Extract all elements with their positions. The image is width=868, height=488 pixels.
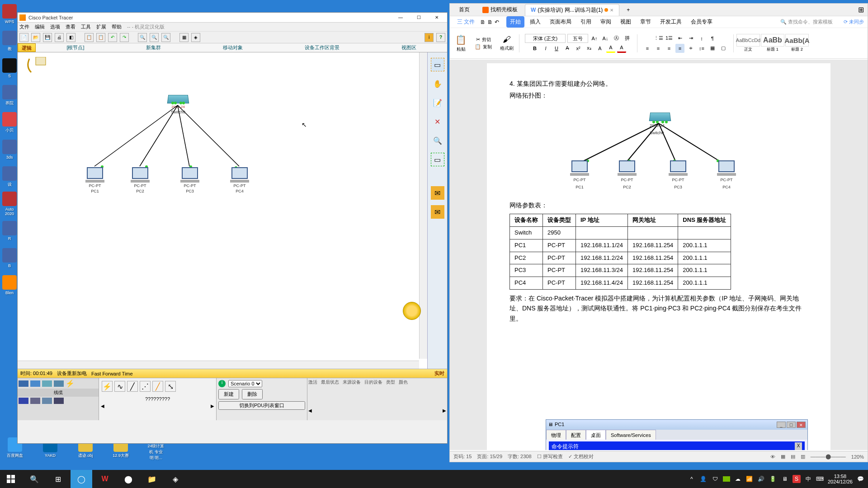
menu-options[interactable]: 选项 — [50, 23, 60, 30]
save-icon[interactable]: 💾 — [43, 33, 52, 42]
start-button[interactable] — [0, 470, 22, 488]
menu-file[interactable]: 文件 — [19, 23, 29, 30]
ribbon-tab-layout[interactable]: 页面布局 — [546, 16, 575, 28]
border-icon[interactable]: ▢ — [719, 44, 728, 53]
straight-cable-icon[interactable]: ╱ — [127, 381, 138, 392]
switch-category-icon[interactable] — [30, 380, 40, 387]
open-file-icon[interactable]: 📂 — [31, 33, 40, 42]
device-pc1[interactable]: PC-PTPC1 — [84, 167, 106, 193]
connection-category-icon[interactable]: ⚡ — [66, 379, 75, 388]
minimize-button[interactable]: — — [392, 14, 409, 22]
copy-icon[interactable]: 📋 — [85, 33, 94, 42]
device-subtype-icon[interactable] — [19, 398, 28, 404]
maximize-button[interactable]: ☐ — [410, 14, 427, 22]
pc-dialog-titlebar[interactable]: 🖥 PC1 _ ☐ ✕ — [546, 420, 807, 430]
help-icon[interactable]: ? — [436, 33, 445, 42]
zoom-out-icon[interactable]: 🔍 — [161, 33, 170, 42]
indent-dec-icon[interactable]: ⇤ — [675, 34, 684, 43]
tray-wifi-icon[interactable]: 📶 — [745, 475, 754, 483]
taskbar-clock[interactable]: 13:58 2024/12/26 — [828, 474, 853, 484]
wizard-icon[interactable]: ◧ — [66, 33, 75, 42]
phonetic-icon[interactable]: 拼 — [623, 34, 632, 43]
align-justify-icon[interactable]: ≡ — [675, 44, 684, 53]
tray-ime-mode[interactable]: 中 — [804, 475, 812, 483]
tab-realtime[interactable]: 实时 — [434, 370, 444, 377]
workspace-bg[interactable]: 设备工作区背景 — [305, 44, 340, 51]
sync-status[interactable]: ⟳ 未同步 — [844, 19, 864, 25]
taskbar-app-pt[interactable]: ◈ — [165, 470, 186, 488]
device-switch0[interactable]: 2950-24 Switch0 — [168, 94, 189, 114]
close-tab-icon[interactable]: ✕ — [610, 8, 613, 13]
paste-icon[interactable]: 📋 — [455, 34, 467, 45]
tray-cloud-icon[interactable]: ☁ — [734, 475, 742, 483]
file-menu[interactable]: 三 文件 — [453, 16, 478, 28]
search-box[interactable]: 🔍 查找命令、搜索模板 — [780, 19, 833, 25]
hub-category-icon[interactable] — [42, 380, 52, 387]
menu-edit[interactable]: 编辑 — [35, 23, 45, 30]
scenario-select[interactable]: Scenario 0 — [228, 380, 262, 387]
wireless-category-icon[interactable] — [54, 380, 64, 387]
taskbar-app[interactable]: ⬤ — [118, 470, 139, 488]
view-web-icon[interactable]: ▥ — [801, 454, 805, 460]
ribbon-quick-icon[interactable]: ↶ — [495, 19, 499, 25]
tab-home[interactable]: 首页 — [453, 4, 475, 15]
grow-font-icon[interactable]: A↑ — [590, 34, 599, 43]
search-button[interactable]: 🔍 — [24, 470, 45, 488]
shrink-font-icon[interactable]: A↓ — [601, 34, 610, 43]
desktop-icon[interactable]: Auto 2020 — [1, 191, 18, 217]
device-subtype-icon[interactable] — [42, 398, 52, 404]
redo-icon[interactable]: ↷ — [120, 33, 129, 42]
show-marks-icon[interactable]: ¶ — [708, 34, 717, 43]
line-spacing-icon[interactable]: ↕≡ — [697, 44, 706, 53]
desktop-icon[interactable]: WPS — [1, 1, 18, 27]
tray-volume-icon[interactable]: 🔊 — [757, 475, 765, 483]
scroll-right-icon[interactable]: ▶ — [443, 408, 446, 413]
window-square-icon[interactable]: ⊞ — [858, 5, 864, 14]
ribbon-tab-review[interactable]: 审阅 — [597, 16, 615, 28]
power-cycle[interactable]: 设备重新加电 — [57, 370, 87, 377]
fiber-cable-icon[interactable]: ╱ — [152, 381, 163, 392]
shading-icon[interactable]: ▦ — [708, 44, 717, 53]
select-tool-icon[interactable] — [24, 57, 47, 77]
font-size-select[interactable]: 五号 — [567, 34, 588, 43]
scrollbar-horizontal[interactable] — [18, 361, 419, 369]
device-pc4[interactable]: PC-PTPC4 — [228, 167, 251, 193]
desktop-icon[interactable]: 教 — [1, 28, 18, 54]
tray-shield-icon[interactable]: 🛡 — [711, 475, 719, 483]
ribbon-tab-section[interactable]: 章节 — [637, 16, 655, 28]
menu-help[interactable]: 帮助 — [112, 23, 122, 30]
format-painter-icon[interactable]: 🖌 — [503, 35, 511, 44]
complex-pdu-icon[interactable]: ✉ — [431, 205, 444, 219]
new-file-icon[interactable]: 📄 — [19, 33, 28, 42]
wps-document-area[interactable]: 4. 某集团因工作需要组建办公网络。 网络拓扑图： 2950-24Switch0… — [450, 60, 868, 450]
pc1-dialog[interactable]: 🖥 PC1 _ ☐ ✕ 物理 配置 桌面 Software/Services 命… — [546, 419, 808, 450]
note-tool-icon[interactable]: 📝 — [431, 96, 444, 109]
paste-icon[interactable]: 📋 — [96, 33, 105, 42]
scenario-delete-button[interactable]: 删除 — [242, 389, 263, 399]
ribbon-tab-reference[interactable]: 引用 — [577, 16, 595, 28]
desktop-icon[interactable]: R — [1, 218, 18, 244]
ribbon-tab-member[interactable]: 会员专享 — [687, 16, 716, 28]
tab-config[interactable]: 配置 — [566, 430, 586, 440]
fast-forward[interactable]: Fast Forward Time — [91, 371, 133, 376]
font-color-icon[interactable]: A — [617, 44, 626, 53]
align-center-icon[interactable]: ≡ — [654, 44, 663, 53]
distribute-icon[interactable]: ⫩ — [686, 44, 695, 53]
router-category-icon[interactable] — [19, 380, 28, 387]
superscript-icon[interactable]: x² — [574, 44, 583, 53]
tab-document[interactable]: W(实操培训) 网...训练习题(1)✕ — [525, 4, 619, 16]
text-effect-icon[interactable]: A — [595, 44, 604, 53]
device-subtype-icon[interactable] — [30, 398, 40, 404]
underline-icon[interactable]: U — [552, 44, 561, 53]
tab-software[interactable]: Software/Services — [606, 430, 656, 440]
root-label[interactable]: [根节点] — [66, 44, 84, 51]
auto-connection-icon[interactable]: ⚡ — [102, 381, 113, 392]
device-pc2[interactable]: PC-PTPC2 — [129, 167, 151, 193]
taskbar-app[interactable]: ◯ — [71, 470, 92, 488]
pt-canvas[interactable]: 2950-24 Switch0 PC-PT — [18, 52, 427, 369]
tray-up-icon[interactable]: ^ — [688, 475, 696, 483]
new-tab-button[interactable]: + — [621, 5, 635, 15]
highlight-icon[interactable]: A — [606, 44, 615, 53]
print-icon[interactable]: 🖨 — [55, 33, 64, 42]
close-button[interactable]: ✕ — [797, 422, 806, 428]
